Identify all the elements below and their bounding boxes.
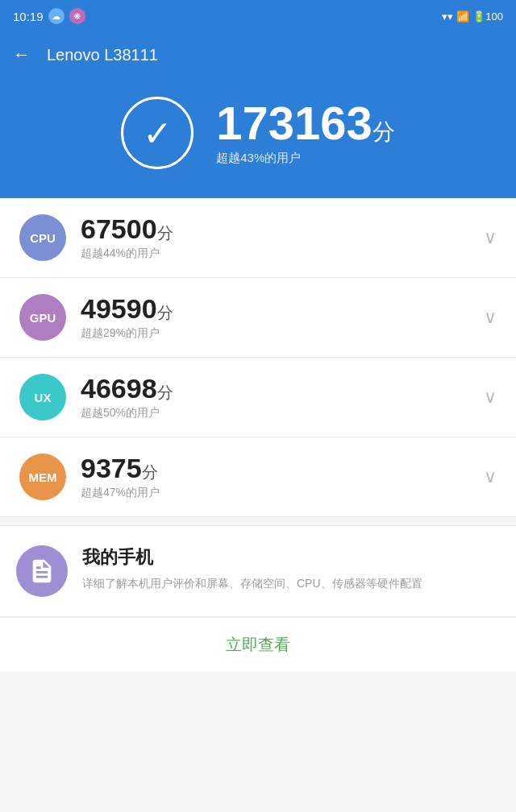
back-button[interactable]: ← xyxy=(13,44,31,65)
score-subtitle-ux: 超越50%的用户 xyxy=(81,406,469,420)
wifi-icon: ▾▾ xyxy=(442,10,453,23)
score-row[interactable]: MEM 9375分 超越47%的用户 ∨ xyxy=(0,437,516,517)
score-info-mem: 9375分 超越47%的用户 xyxy=(81,454,469,499)
phone-card-content: 我的手机 详细了解本机用户评价和屏幕、存储空间、CPU、传感器等硬件配置 xyxy=(82,545,422,592)
signal-icon: 📶 xyxy=(456,10,469,23)
score-subtitle-cpu: 超越44%的用户 xyxy=(81,246,469,261)
hero-score-unit: 分 xyxy=(372,119,395,144)
score-row[interactable]: CPU 67500分 超越44%的用户 ∨ xyxy=(0,198,516,278)
app-header: ← Lenovo L38111 xyxy=(0,32,516,77)
score-info-gpu: 49590分 超越29%的用户 xyxy=(81,294,469,340)
score-number-mem: 9375分 xyxy=(81,454,469,483)
header-title: Lenovo L38111 xyxy=(47,46,158,64)
hero-section: ✓ 173163分 超越43%的用户 xyxy=(0,77,516,198)
hero-score: 173163分 xyxy=(216,100,395,147)
score-badge-cpu: CPU xyxy=(19,214,66,261)
score-badge-mem: MEM xyxy=(19,454,66,500)
hero-row: ✓ 173163分 超越43%的用户 xyxy=(121,97,395,169)
phone-card-description: 详细了解本机用户评价和屏幕、存储空间、CPU、传感器等硬件配置 xyxy=(82,574,422,592)
score-badge-ux: UX xyxy=(19,374,66,420)
score-info-ux: 46698分 超越50%的用户 xyxy=(81,374,469,420)
document-icon xyxy=(28,557,56,585)
hero-score-block: 173163分 超越43%的用户 xyxy=(216,100,395,166)
hero-subtitle: 超越43%的用户 xyxy=(216,151,395,166)
dot-icon: ❋ xyxy=(69,8,85,24)
score-badge-gpu: GPU xyxy=(19,294,66,341)
status-left: 10:19 ☁ ❋ xyxy=(13,8,85,24)
hero-score-number: 173163 xyxy=(216,97,372,149)
score-number-gpu: 49590分 xyxy=(81,294,469,324)
phone-card-title: 我的手机 xyxy=(82,545,422,570)
status-time: 10:19 xyxy=(13,10,44,23)
chevron-down-icon[interactable]: ∨ xyxy=(484,307,497,328)
status-bar: 10:19 ☁ ❋ ▾▾ 📶 🔋100 xyxy=(0,0,516,32)
score-row[interactable]: GPU 49590分 超越29%的用户 ∨ xyxy=(0,278,516,358)
cta-section[interactable]: 立即查看 xyxy=(0,617,516,672)
status-icons: ▾▾ 📶 🔋100 xyxy=(442,10,503,23)
chevron-down-icon[interactable]: ∨ xyxy=(484,466,497,487)
cloud-icon: ☁ xyxy=(48,8,64,24)
phone-card: 我的手机 详细了解本机用户评价和屏幕、存储空间、CPU、传感器等硬件配置 xyxy=(0,525,516,617)
score-row[interactable]: UX 46698分 超越50%的用户 ∨ xyxy=(0,358,516,437)
phone-card-icon xyxy=(16,545,68,597)
cta-button[interactable]: 立即查看 xyxy=(226,634,290,656)
chevron-down-icon[interactable]: ∨ xyxy=(484,387,497,408)
score-number-cpu: 67500分 xyxy=(81,214,469,244)
score-info-cpu: 67500分 超越44%的用户 xyxy=(81,214,469,260)
score-subtitle-mem: 超越47%的用户 xyxy=(81,486,469,500)
chevron-down-icon[interactable]: ∨ xyxy=(484,227,497,248)
battery-icon: 🔋100 xyxy=(472,10,503,23)
score-number-ux: 46698分 xyxy=(81,374,469,404)
score-subtitle-gpu: 超越29%的用户 xyxy=(81,326,469,341)
score-list: CPU 67500分 超越44%的用户 ∨ GPU 49590分 超越29%的用… xyxy=(0,198,516,517)
check-circle-icon: ✓ xyxy=(121,97,194,169)
